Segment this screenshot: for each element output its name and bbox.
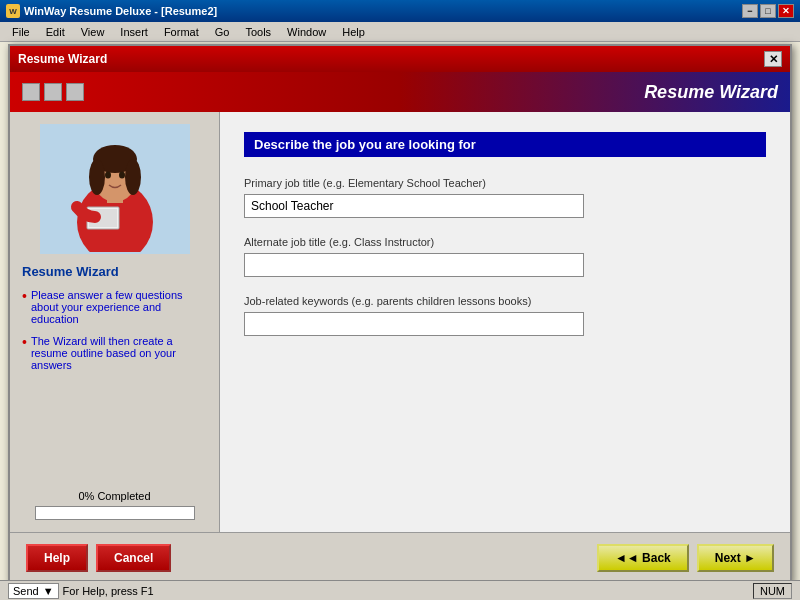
menu-item-file[interactable]: File: [4, 24, 38, 40]
bullet-text-1: Please answer a few questions about your…: [31, 289, 207, 325]
keywords-label: Job-related keywords (e.g. parents child…: [244, 295, 766, 307]
alternate-job-title-input[interactable]: [244, 253, 584, 277]
back-button[interactable]: ◄◄ Back: [597, 544, 689, 572]
header-square-3: [66, 83, 84, 101]
dialog-body: Resume Wizard • Please answer a few ques…: [10, 112, 790, 532]
primary-job-title-input[interactable]: [244, 194, 584, 218]
keywords-input[interactable]: [244, 312, 584, 336]
svg-point-6: [125, 159, 141, 195]
section-title: Describe the job you are looking for: [244, 132, 766, 157]
dialog-title: Resume Wizard: [18, 52, 107, 66]
menu-item-edit[interactable]: Edit: [38, 24, 73, 40]
app-title: WinWay Resume Deluxe - [Resume2]: [24, 5, 217, 17]
bullet-item-1: • Please answer a few questions about yo…: [22, 289, 207, 325]
menu-item-insert[interactable]: Insert: [112, 24, 156, 40]
title-bar: W WinWay Resume Deluxe - [Resume2] − □ ✕: [0, 0, 800, 22]
menu-item-tools[interactable]: Tools: [237, 24, 279, 40]
wizard-panel-title: Resume Wizard: [22, 264, 119, 279]
bullet-dot-2: •: [22, 335, 27, 349]
primary-job-title-label: Primary job title (e.g. Elementary Schoo…: [244, 177, 766, 189]
next-label: Next: [715, 551, 741, 565]
menu-item-go[interactable]: Go: [207, 24, 238, 40]
primary-job-title-group: Primary job title (e.g. Elementary Schoo…: [244, 177, 766, 218]
alternate-job-title-group: Alternate job title (e.g. Class Instruct…: [244, 236, 766, 277]
header-square-1: [22, 83, 40, 101]
progress-label: 0% Completed: [22, 490, 207, 502]
back-arrow-icon: ◄◄: [615, 551, 642, 565]
menu-item-view[interactable]: View: [73, 24, 113, 40]
status-left: Send ▼ For Help, press F1: [8, 583, 154, 599]
avatar-image: [45, 127, 185, 252]
svg-point-8: [119, 171, 125, 178]
next-arrow-icon: ►: [741, 551, 756, 565]
cancel-button[interactable]: Cancel: [96, 544, 171, 572]
right-panel: Describe the job you are looking for Pri…: [220, 112, 790, 532]
next-button[interactable]: Next ►: [697, 544, 774, 572]
send-dropdown[interactable]: Send ▼: [8, 583, 59, 599]
resume-wizard-dialog: Resume Wizard ✕ Resume Wizard: [8, 44, 792, 584]
menu-bar: FileEditViewInsertFormatGoToolsWindowHel…: [0, 22, 800, 42]
bullet-text-2: The Wizard will then create a resume out…: [31, 335, 207, 371]
svg-point-5: [89, 159, 105, 195]
bullet-item-2: • The Wizard will then create a resume o…: [22, 335, 207, 371]
num-indicator: NUM: [753, 583, 792, 599]
svg-point-7: [105, 171, 111, 178]
help-text: For Help, press F1: [63, 585, 154, 597]
menu-item-format[interactable]: Format: [156, 24, 207, 40]
menu-item-window[interactable]: Window: [279, 24, 334, 40]
bullet-dot-1: •: [22, 289, 27, 303]
send-label: Send: [13, 585, 39, 597]
minimize-button[interactable]: −: [742, 4, 758, 18]
progress-section: 0% Completed: [22, 490, 207, 520]
dialog-close-button[interactable]: ✕: [764, 51, 782, 67]
avatar-box: [40, 124, 190, 254]
header-squares: [22, 83, 84, 101]
header-title: Resume Wizard: [644, 82, 778, 103]
dialog-title-bar: Resume Wizard ✕: [10, 46, 790, 72]
app-icon: W: [6, 4, 20, 18]
maximize-button[interactable]: □: [760, 4, 776, 18]
alternate-job-title-label: Alternate job title (e.g. Class Instruct…: [244, 236, 766, 248]
status-bar: Send ▼ For Help, press F1 NUM: [0, 580, 800, 600]
button-bar: Help Cancel ◄◄ Back Next ►: [10, 532, 790, 582]
keywords-group: Job-related keywords (e.g. parents child…: [244, 295, 766, 336]
dialog-header: Resume Wizard: [10, 72, 790, 112]
progress-bar: [35, 506, 195, 520]
help-button[interactable]: Help: [26, 544, 88, 572]
menu-item-help[interactable]: Help: [334, 24, 373, 40]
left-panel: Resume Wizard • Please answer a few ques…: [10, 112, 220, 532]
header-square-2: [44, 83, 62, 101]
send-dropdown-arrow: ▼: [43, 585, 54, 597]
back-label: Back: [642, 551, 671, 565]
close-button[interactable]: ✕: [778, 4, 794, 18]
